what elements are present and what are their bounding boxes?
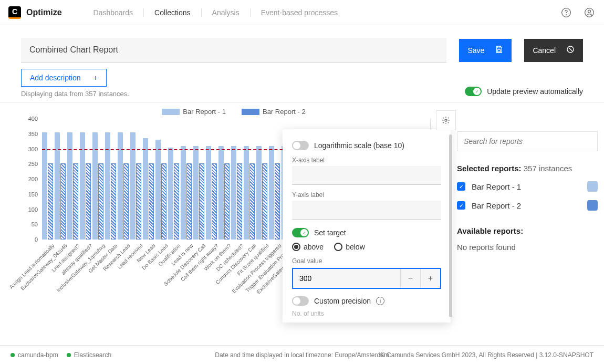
cancel-button-label: Cancel xyxy=(533,46,556,55)
status-dot-2 xyxy=(67,353,71,357)
cancel-button[interactable]: Cancel xyxy=(524,39,583,62)
xaxis-label-heading: X-axis label xyxy=(292,157,441,164)
bar-series-2 xyxy=(262,163,267,240)
target-above-radio[interactable]: above xyxy=(292,243,324,251)
goal-value-input[interactable] xyxy=(293,269,400,288)
svg-rect-4 xyxy=(498,50,501,52)
bar-group xyxy=(67,132,79,240)
nav-collections[interactable]: Collections xyxy=(144,8,201,17)
bar-series-2 xyxy=(249,163,255,240)
bar-group xyxy=(244,146,255,240)
target-below-radio[interactable]: below xyxy=(334,243,365,251)
set-target-toggle[interactable] xyxy=(292,228,309,237)
bar-series-1 xyxy=(118,132,123,240)
bar-series-2 xyxy=(60,163,66,240)
bar-group xyxy=(206,146,217,240)
save-button-label: Save xyxy=(467,46,484,55)
reports-sidebar: Selected reports: 357 instances ✓ Bar Re… xyxy=(457,131,598,252)
footer-copyright: © Camunda Services GmbH 2023, All Rights… xyxy=(380,351,593,359)
available-reports-heading: Available reports: xyxy=(457,226,598,235)
toolbar: Save Cancel xyxy=(0,25,604,63)
cancel-icon xyxy=(566,45,575,55)
bar-series-2 xyxy=(98,163,103,240)
nav-analysis[interactable]: Analysis xyxy=(202,8,251,17)
bar-series-2 xyxy=(186,163,192,240)
target-above-label: above xyxy=(304,243,324,251)
footer-camunda: camunda-bpm xyxy=(18,351,58,359)
goal-increment-button[interactable]: + xyxy=(420,269,440,288)
set-target-label: Set target xyxy=(314,228,346,237)
plus-icon: + xyxy=(93,74,98,82)
main-nav: Dashboards Collections Analysis Event-ba… xyxy=(83,8,348,17)
search-reports-input[interactable] xyxy=(457,131,598,151)
nav-dashboards[interactable]: Dashboards xyxy=(83,8,144,17)
y-tick: 100 xyxy=(28,206,38,213)
preview-toggle-label: Update preview automatically xyxy=(487,87,583,96)
bar-series-1 xyxy=(244,146,249,240)
user-icon[interactable] xyxy=(583,6,596,19)
bar-series-2 xyxy=(86,163,91,240)
log-scale-label: Logarithmic scale (base 10) xyxy=(314,141,404,150)
no-reports-found: No reports found xyxy=(457,243,598,252)
y-axis: 050100150200250300350400 xyxy=(21,119,40,240)
selected-reports-text: Selected reports: xyxy=(457,164,522,173)
legend-item-2: Bar Report - 2 xyxy=(242,108,306,116)
y-tick: 300 xyxy=(28,146,38,152)
nav-event-based[interactable]: Event-based processes xyxy=(251,8,348,17)
legend-item-1: Bar Report - 1 xyxy=(162,108,226,116)
custom-precision-toggle[interactable] xyxy=(292,296,309,306)
report-1-color[interactable] xyxy=(587,181,598,192)
help-icon[interactable] xyxy=(560,6,572,19)
preview-toggle[interactable] xyxy=(465,87,482,96)
xaxis-label-input[interactable] xyxy=(292,166,441,185)
bar-group xyxy=(92,132,104,240)
footer: camunda-bpm Elasticsearch Date and time … xyxy=(0,345,604,364)
app-header: C Optimize Dashboards Collections Analys… xyxy=(0,0,604,25)
y-tick: 250 xyxy=(28,161,38,167)
y-tick: 400 xyxy=(28,116,38,122)
custom-precision-label: Custom precision xyxy=(314,297,371,305)
save-icon xyxy=(495,45,503,55)
add-description-button[interactable]: Add description + xyxy=(21,69,107,87)
bar-series-1 xyxy=(218,146,224,240)
legend-label-2: Bar Report - 2 xyxy=(263,108,306,116)
goal-value-input-wrap: − + xyxy=(292,268,441,289)
bar-series-2 xyxy=(73,163,78,240)
bar-group xyxy=(105,132,117,240)
bar-series-2 xyxy=(275,163,280,240)
report-1-checkbox[interactable]: ✓ xyxy=(457,182,465,191)
selected-report-2: ✓ Bar Report - 2 xyxy=(457,200,598,211)
report-title-input[interactable] xyxy=(21,38,446,63)
bar-series-1 xyxy=(130,132,136,240)
report-2-checkbox[interactable]: ✓ xyxy=(457,201,465,210)
settings-gear-button[interactable] xyxy=(436,110,456,130)
y-tick: 200 xyxy=(28,176,38,182)
bar-series-2 xyxy=(174,163,179,240)
bar-group xyxy=(218,146,230,240)
save-button[interactable]: Save xyxy=(459,39,512,62)
y-tick: 350 xyxy=(28,131,38,137)
y-tick: 50 xyxy=(32,221,38,227)
bar-series-2 xyxy=(161,163,166,240)
bar-group xyxy=(130,132,142,240)
bar-series-1 xyxy=(193,146,199,240)
available-reports-text: Available reports: xyxy=(457,226,523,235)
goal-value-label: Goal value xyxy=(292,257,441,265)
bar-series-1 xyxy=(256,146,262,240)
bar-series-2 xyxy=(224,163,230,240)
bar-group xyxy=(269,146,280,240)
info-icon[interactable]: i xyxy=(376,297,384,305)
bar-series-2 xyxy=(48,163,53,240)
bar-group xyxy=(155,140,167,240)
bar-series-1 xyxy=(231,146,236,240)
log-scale-toggle[interactable] xyxy=(292,141,309,150)
preview-toggle-row: Update preview automatically xyxy=(465,87,583,96)
add-description-label: Add description xyxy=(30,74,81,82)
yaxis-label-input[interactable] xyxy=(292,201,441,220)
bar-series-1 xyxy=(269,146,274,240)
goal-decrement-button[interactable]: − xyxy=(400,269,420,288)
report-2-color[interactable] xyxy=(587,200,598,211)
selected-report-1: ✓ Bar Report - 1 xyxy=(457,181,598,192)
settings-panel: Logarithmic scale (base 10) X-axis label… xyxy=(283,129,451,323)
footer-timezone: Date and time displayed in local timezon… xyxy=(215,351,389,359)
